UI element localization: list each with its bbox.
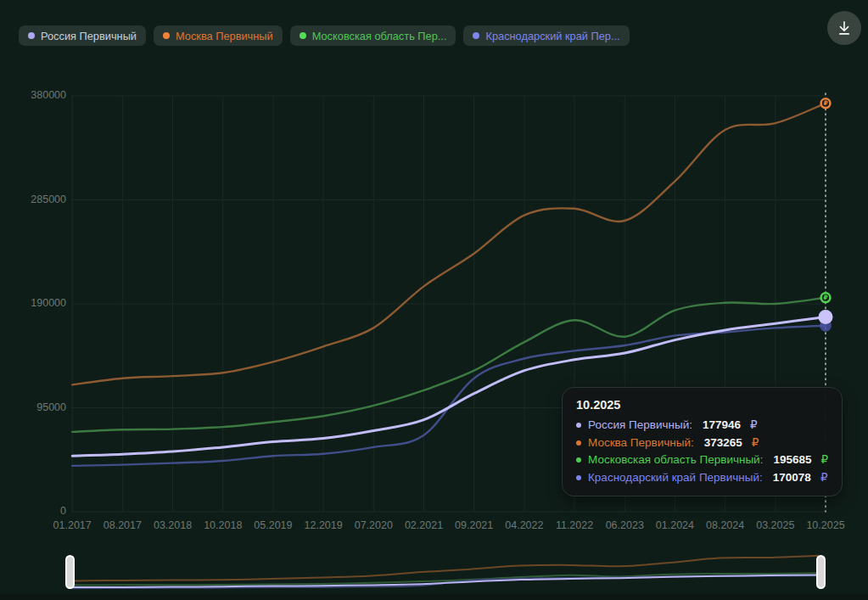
marker-glyph-2: ₽ — [823, 294, 827, 301]
tooltip: 10.2025 Россия Первичный:177946₽Москва П… — [562, 387, 843, 496]
tooltip-label: Москва Первичный: — [588, 435, 694, 452]
legend-label: Москва Первичный — [176, 30, 273, 42]
tooltip-value: 170078 — [773, 469, 811, 487]
legend-dot — [473, 32, 479, 39]
legend-label: Московская область Пер... — [312, 30, 447, 42]
tooltip-row-0: Россия Первичный:177946₽ — [576, 417, 828, 435]
tooltip-label: Краснодарский край Первичный: — [588, 469, 763, 487]
tooltip-bullet — [576, 440, 581, 446]
chart-canvas[interactable]: ₽₽ — [0, 0, 868, 600]
tooltip-bullet — [576, 457, 581, 463]
y-axis-label: 95000 — [0, 401, 66, 413]
tooltip-value: 177946 — [703, 417, 741, 435]
legend-dot — [28, 32, 35, 39]
tooltip-bullet — [576, 423, 581, 428]
legend-chip-2[interactable]: Московская область Пер... — [290, 25, 456, 46]
y-axis-label: 190000 — [0, 297, 66, 309]
y-axis-label: 380000 — [0, 89, 66, 101]
tooltip-label: Россия Первичный: — [588, 417, 692, 435]
legend-label: Краснодарский край Пер... — [485, 30, 619, 42]
y-axis-label: 285000 — [0, 193, 66, 205]
tooltip-currency: ₽ — [820, 451, 828, 469]
tooltip-row-3: Краснодарский край Первичный:170078₽ — [576, 469, 828, 487]
legend-chip-0[interactable]: Россия Первичный — [19, 25, 146, 46]
marker-glyph-1: ₽ — [823, 99, 827, 107]
legend-label: Россия Первичный — [41, 30, 137, 42]
navigator — [73, 556, 819, 588]
tooltip-currency: ₽ — [820, 469, 828, 487]
tooltip-label: Московская область Первичный: — [588, 451, 763, 469]
navigator-handle-left[interactable] — [65, 555, 75, 589]
navigator-line-1 — [73, 556, 819, 581]
y-axis-label: 0 — [0, 505, 66, 517]
tooltip-value: 373265 — [704, 435, 742, 452]
tooltip-value: 195685 — [773, 451, 811, 469]
tooltip-row-2: Московская область Первичный:195685₽ — [576, 451, 828, 469]
tooltip-currency: ₽ — [752, 435, 759, 452]
tooltip-row-1: Москва Первичный:373265₽ — [576, 435, 828, 452]
series-line-1 — [72, 104, 826, 385]
bottom-strip — [0, 594, 868, 600]
marker-dot-russia — [819, 310, 833, 324]
navigator-handle-right[interactable] — [816, 555, 826, 589]
legend-dot — [163, 32, 170, 39]
x-axis-label: 10.2025 — [792, 519, 860, 531]
download-icon — [835, 19, 854, 37]
download-button[interactable] — [827, 11, 861, 45]
legend: Россия ПервичныйМосква ПервичныйМосковск… — [19, 25, 630, 46]
legend-chip-3[interactable]: Краснодарский край Пер... — [463, 25, 629, 46]
tooltip-currency: ₽ — [750, 417, 758, 435]
tooltip-bullet — [576, 475, 581, 480]
tooltip-title: 10.2025 — [576, 398, 828, 412]
legend-dot — [300, 32, 306, 39]
legend-chip-1[interactable]: Москва Первичный — [154, 25, 283, 46]
chart-widget: ₽₽ Россия ПервичныйМосква ПервичныйМоско… — [0, 0, 868, 600]
tooltip-rows: Россия Первичный:177946₽Москва Первичный… — [576, 417, 828, 486]
